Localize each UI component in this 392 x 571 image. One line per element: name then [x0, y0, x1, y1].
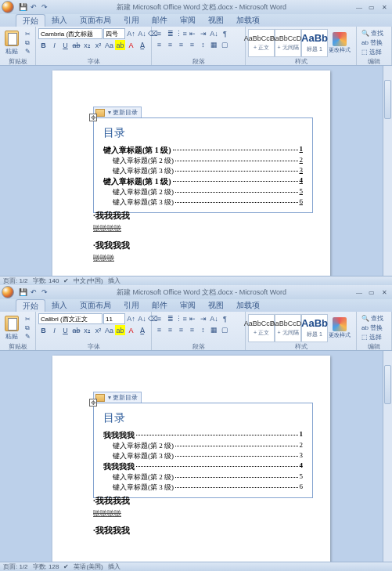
cut-icon[interactable]: ✂ — [23, 316, 32, 323]
change-styles-button[interactable]: 更改样式 — [328, 317, 351, 338]
font-size-combo[interactable]: 11 — [103, 313, 125, 324]
numbering-icon[interactable]: ≣ — [165, 28, 175, 38]
highlight-icon[interactable]: ab — [115, 325, 125, 335]
scroll-thumb[interactable] — [384, 365, 391, 404]
tab-review[interactable]: 审阅 — [174, 299, 202, 312]
sort-icon[interactable]: A↓ — [209, 28, 219, 38]
grow-font-icon[interactable]: A↑ — [126, 29, 136, 39]
maximize-icon[interactable]: ▭ — [365, 2, 378, 12]
undo-icon[interactable]: ↶ — [29, 287, 38, 297]
status-lang[interactable]: 英语(美国) — [74, 562, 102, 571]
multilevel-icon[interactable]: ⋮≡ — [176, 28, 186, 38]
subscript-icon[interactable]: x₂ — [82, 40, 92, 50]
toc-control-tab[interactable]: ▾ 更新目录 — [93, 107, 142, 117]
font-name-combo[interactable]: Cambria (西文标题 — [38, 28, 102, 39]
font-size-combo[interactable]: 四号 — [103, 28, 125, 39]
format-painter-icon[interactable]: ✎ — [23, 48, 32, 56]
shading-icon[interactable]: ▦ — [209, 324, 219, 334]
undo-icon[interactable]: ↶ — [29, 2, 38, 12]
find-button[interactable]: 🔍查找 — [361, 29, 383, 38]
grow-font-icon[interactable]: A↑ — [126, 314, 136, 324]
style-nospacing[interactable]: AaBbCcDd+ 无间隔 — [275, 314, 301, 342]
copy-icon[interactable]: ⧉ — [23, 324, 32, 332]
bullets-icon[interactable]: ≡ — [154, 28, 164, 38]
redo-icon[interactable]: ↷ — [40, 2, 49, 12]
tab-view[interactable]: 视图 — [202, 299, 230, 312]
justify-icon[interactable]: ≡ — [187, 39, 197, 49]
tab-insert[interactable]: 插入 — [45, 14, 74, 27]
outdent-icon[interactable]: ⇤ — [187, 28, 197, 38]
toc-move-handle[interactable]: ✥ — [89, 114, 97, 121]
align-center-icon[interactable]: ≡ — [165, 39, 175, 49]
scroll-thumb[interactable] — [384, 80, 391, 119]
toc-container[interactable]: ✥ 目录 键入章标题(第 1 级)1 键入章标题(第 2 级)2 键入章标题(第… — [93, 117, 313, 213]
status-mode[interactable]: 插入 — [108, 276, 120, 285]
save-icon[interactable]: 💾 — [18, 287, 27, 297]
status-words[interactable]: 字数: 140 — [33, 276, 59, 285]
line-spacing-icon[interactable]: ↕ — [198, 324, 208, 334]
style-heading1[interactable]: AaBb标题 1 — [301, 314, 328, 342]
find-button[interactable]: 🔍查找 — [361, 314, 383, 323]
status-words[interactable]: 字数: 128 — [33, 562, 59, 571]
align-center-icon[interactable]: ≡ — [165, 324, 175, 334]
paste-button[interactable]: 粘贴 — [2, 316, 21, 341]
strike-icon[interactable]: ab — [71, 325, 81, 335]
document-area[interactable]: ▾ 更新目录 ✥ 目录 我我我我1 键入章标题(第 2 级)2 键入章标题(第 … — [0, 351, 383, 562]
format-painter-icon[interactable]: ✎ — [23, 333, 32, 341]
cut-icon[interactable]: ✂ — [23, 31, 32, 38]
style-heading1[interactable]: AaBb标题 1 — [301, 29, 328, 57]
tab-review[interactable]: 审阅 — [174, 14, 202, 27]
copy-icon[interactable]: ⧉ — [23, 39, 32, 47]
tab-view[interactable]: 视图 — [202, 14, 230, 27]
multilevel-icon[interactable]: ⋮≡ — [176, 313, 186, 323]
show-marks-icon[interactable]: ¶ — [220, 313, 230, 323]
phonetic-icon[interactable]: Aa — [104, 40, 114, 50]
superscript-icon[interactable]: x² — [93, 40, 103, 50]
document-area[interactable]: ▾ 更新目录 ✥ 目录 键入章标题(第 1 级)1 键入章标题(第 2 级)2 … — [0, 66, 383, 276]
office-button[interactable] — [2, 1, 14, 13]
bold-icon[interactable]: B — [38, 40, 49, 50]
toc-container[interactable]: ✥ 目录 我我我我1 键入章标题(第 2 级)2 键入章标题(第 3 级)3 我… — [93, 403, 313, 498]
justify-icon[interactable]: ≡ — [187, 324, 197, 334]
char-border-icon[interactable]: A̲ — [137, 325, 147, 335]
indent-icon[interactable]: ⇥ — [198, 313, 208, 323]
bullets-icon[interactable]: ≡ — [154, 313, 164, 323]
tab-home[interactable]: 开始 — [16, 14, 45, 27]
status-spell-icon[interactable]: ✔ — [63, 277, 69, 284]
borders-icon[interactable]: ▢ — [220, 324, 230, 334]
font-color-icon[interactable]: A — [126, 40, 136, 50]
shrink-font-icon[interactable]: A↓ — [137, 29, 147, 39]
tab-home[interactable]: 开始 — [16, 299, 45, 312]
paste-button[interactable]: 粘贴 — [2, 31, 21, 56]
status-page[interactable]: 页面: 1/2 — [3, 276, 28, 285]
replace-button[interactable]: ab替换 — [361, 323, 383, 332]
bold-icon[interactable]: B — [38, 325, 49, 335]
status-spell-icon[interactable]: ✔ — [63, 563, 69, 570]
align-right-icon[interactable]: ≡ — [176, 324, 186, 334]
superscript-icon[interactable]: x² — [93, 325, 103, 335]
tab-addins[interactable]: 加载项 — [230, 299, 266, 312]
tab-mailings[interactable]: 邮件 — [146, 14, 174, 27]
minimize-icon[interactable]: — — [353, 2, 365, 12]
line-spacing-icon[interactable]: ↕ — [198, 39, 208, 49]
style-normal[interactable]: AaBbCcDd+ 正文 — [248, 29, 275, 57]
change-styles-button[interactable]: 更改样式 — [328, 32, 351, 53]
subscript-icon[interactable]: x₂ — [82, 325, 92, 335]
tab-addins[interactable]: 加载项 — [230, 14, 266, 27]
shrink-font-icon[interactable]: A↓ — [137, 314, 147, 324]
close-icon[interactable]: ✕ — [378, 287, 390, 297]
tab-mailings[interactable]: 邮件 — [146, 299, 174, 312]
vertical-scrollbar[interactable] — [383, 66, 392, 276]
italic-icon[interactable]: I — [49, 325, 59, 335]
tab-pagelayout[interactable]: 页面布局 — [74, 299, 117, 312]
phonetic-icon[interactable]: Aa — [104, 325, 114, 335]
underline-icon[interactable]: U — [60, 40, 70, 50]
align-left-icon[interactable]: ≡ — [154, 324, 164, 334]
strike-icon[interactable]: ab — [71, 40, 81, 50]
redo-icon[interactable]: ↷ — [40, 287, 49, 297]
style-normal[interactable]: AaBbCcDd+ 正文 — [248, 314, 275, 342]
font-color-icon[interactable]: A — [126, 325, 136, 335]
tab-references[interactable]: 引用 — [117, 299, 146, 312]
status-page[interactable]: 页面: 1/2 — [3, 562, 28, 571]
toc-control-tab[interactable]: ▾ 更新目录 — [93, 392, 142, 403]
